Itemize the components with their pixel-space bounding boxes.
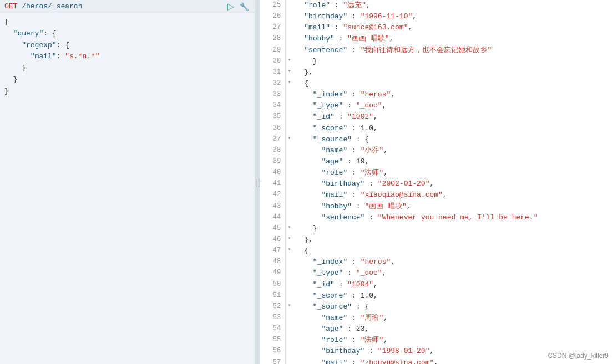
code-line-content: "_type" : "_doc", bbox=[293, 268, 613, 279]
code-line-content: "hobby" : "画画 唱歌", bbox=[293, 201, 613, 212]
right-panel: 25 "role" : "远充",26 "birthday" : "1996-1… bbox=[260, 0, 613, 364]
left-code-line-1: { bbox=[4, 17, 250, 28]
table-row: 34 "_type" : "_doc", bbox=[260, 100, 613, 111]
header-icons: ▷ 🔧 bbox=[226, 1, 250, 12]
fold-marker bbox=[286, 89, 293, 100]
table-row: 45▾ } bbox=[260, 223, 613, 234]
line-number: 37 bbox=[260, 134, 286, 145]
code-line-content: "sentence" : "Whenever you need me, I'll… bbox=[293, 212, 613, 223]
line-number: 56 bbox=[260, 346, 286, 357]
line-number: 47 bbox=[260, 245, 286, 257]
table-row: 51 "_score" : 1.0, bbox=[260, 290, 613, 301]
fold-marker[interactable]: ▾ bbox=[286, 223, 293, 234]
fold-marker[interactable]: ▾ bbox=[286, 56, 293, 67]
line-number: 34 bbox=[260, 100, 286, 111]
table-row: 27 "mail" : "sunce@163.com", bbox=[260, 22, 613, 33]
left-code-area[interactable]: { "query": { "regexp": { "mail": "s.*n.*… bbox=[0, 13, 255, 364]
fold-marker bbox=[286, 22, 293, 33]
fold-marker bbox=[286, 33, 293, 44]
fold-marker bbox=[286, 290, 293, 301]
request-line: GET /heros/_search bbox=[4, 2, 82, 11]
line-number: 30 bbox=[260, 56, 286, 67]
fold-marker bbox=[286, 212, 293, 223]
line-number: 40 bbox=[260, 167, 286, 178]
line-number: 28 bbox=[260, 33, 286, 44]
fold-marker[interactable]: ▾ bbox=[286, 134, 293, 145]
table-row: 39 "age" : 19, bbox=[260, 156, 613, 167]
table-row: 36 "_score" : 1.0, bbox=[260, 123, 613, 134]
line-number: 45 bbox=[260, 223, 286, 234]
fold-marker bbox=[286, 123, 293, 134]
code-line-content: "role" : "远充", bbox=[293, 0, 613, 11]
left-code-line-3: "regexp": { bbox=[4, 40, 250, 52]
fold-marker bbox=[286, 11, 293, 22]
table-row: 28 "hobby" : "画画 唱歌", bbox=[260, 33, 613, 44]
left-code-line-7: } bbox=[4, 86, 250, 98]
left-code-line-6: } bbox=[4, 74, 250, 86]
line-number: 50 bbox=[260, 279, 286, 290]
fold-marker bbox=[286, 201, 293, 212]
fold-marker bbox=[286, 357, 293, 365]
left-header: GET /heros/_search ▷ 🔧 bbox=[0, 0, 255, 13]
line-number: 43 bbox=[260, 201, 286, 212]
left-panel: GET /heros/_search ▷ 🔧 { "query": { "reg… bbox=[0, 0, 255, 364]
table-row: 47▾ { bbox=[260, 245, 613, 257]
table-row: 48 "_index" : "heros", bbox=[260, 257, 613, 268]
code-table: 25 "role" : "远充",26 "birthday" : "1996-1… bbox=[260, 0, 613, 364]
watermark: CSDN @lady_killer9 bbox=[548, 352, 609, 360]
fold-marker bbox=[286, 167, 293, 178]
code-line-content: "sentence" : "我向往诗和远方，也不会忘记她和故乡" bbox=[293, 45, 613, 56]
code-line-content: "age" : 19, bbox=[293, 156, 613, 167]
code-line-content: "name" : "周瑜", bbox=[293, 312, 613, 324]
fold-marker bbox=[286, 324, 293, 335]
code-line-content: "_type" : "_doc", bbox=[293, 100, 613, 111]
left-code-line-2: "query": { bbox=[4, 28, 250, 40]
fold-marker[interactable]: ▾ bbox=[286, 67, 293, 78]
table-row: 35 "_id" : "1002", bbox=[260, 111, 613, 122]
fold-marker bbox=[286, 156, 293, 167]
table-row: 32▾ { bbox=[260, 78, 613, 89]
tools-button[interactable]: 🔧 bbox=[239, 2, 250, 11]
run-button[interactable]: ▷ bbox=[226, 1, 235, 12]
fold-marker[interactable]: ▾ bbox=[286, 78, 293, 89]
line-number: 46 bbox=[260, 234, 286, 245]
http-method: GET bbox=[4, 2, 17, 11]
line-number: 44 bbox=[260, 212, 286, 223]
code-line-content: "_score" : 1.0, bbox=[293, 290, 613, 301]
fold-marker bbox=[286, 145, 293, 156]
table-row: 50 "_id" : "1004", bbox=[260, 279, 613, 290]
wrench-icon: 🔧 bbox=[240, 2, 249, 11]
table-row: 25 "role" : "远充", bbox=[260, 0, 613, 11]
table-row: 46▾ }, bbox=[260, 234, 613, 245]
table-row: 52▾ "_source" : { bbox=[260, 301, 613, 312]
run-icon: ▷ bbox=[227, 1, 234, 12]
line-number: 48 bbox=[260, 257, 286, 268]
code-view[interactable]: 25 "role" : "远充",26 "birthday" : "1996-1… bbox=[260, 0, 613, 364]
line-number: 27 bbox=[260, 22, 286, 33]
table-row: 37▾ "_source" : { bbox=[260, 134, 613, 145]
line-number: 36 bbox=[260, 123, 286, 134]
line-number: 53 bbox=[260, 312, 286, 324]
code-line-content: { bbox=[293, 245, 613, 257]
line-number: 39 bbox=[260, 156, 286, 167]
code-line-content: "role" : "法师", bbox=[293, 167, 613, 178]
table-row: 29 "sentence" : "我向往诗和远方，也不会忘记她和故乡" bbox=[260, 45, 613, 56]
line-number: 38 bbox=[260, 145, 286, 156]
fold-marker[interactable]: ▾ bbox=[286, 301, 293, 312]
table-row: 33 "_index" : "heros", bbox=[260, 89, 613, 100]
fold-marker[interactable]: ▾ bbox=[286, 234, 293, 245]
fold-marker bbox=[286, 346, 293, 357]
fold-marker[interactable]: ▾ bbox=[286, 245, 293, 257]
table-row: 42 "mail" : "xiaoqiao@sina.com", bbox=[260, 189, 613, 201]
code-line-content: }, bbox=[293, 67, 613, 78]
code-line-content: "_score" : 1.0, bbox=[293, 123, 613, 134]
line-number: 32 bbox=[260, 78, 286, 89]
panel-divider[interactable]: ‖ bbox=[255, 0, 260, 364]
code-line-content: "age" : 23, bbox=[293, 324, 613, 335]
table-row: 49 "_type" : "_doc", bbox=[260, 268, 613, 279]
line-number: 35 bbox=[260, 111, 286, 122]
fold-marker bbox=[286, 111, 293, 122]
code-line-content: "_source" : { bbox=[293, 301, 613, 312]
code-line-content: "mail" : "sunce@163.com", bbox=[293, 22, 613, 33]
code-line-content: "role" : "法师", bbox=[293, 335, 613, 346]
